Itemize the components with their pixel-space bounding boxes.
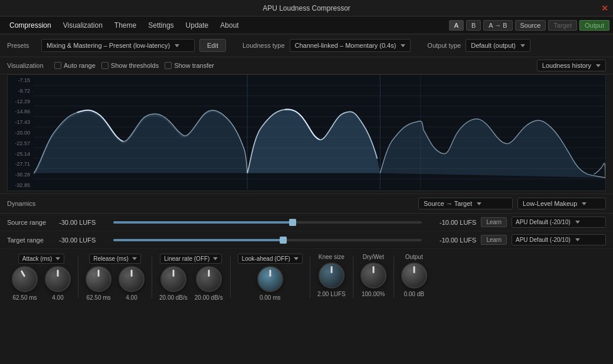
lookahead-knob-1[interactable] xyxy=(257,266,283,292)
source-preset-arrow xyxy=(575,221,580,224)
ab-button-output[interactable]: Output xyxy=(579,20,609,31)
target-range-slider[interactable] xyxy=(113,239,422,241)
show-transfer-checkbox[interactable]: Show transfer xyxy=(165,62,214,69)
separator-1 xyxy=(78,257,78,298)
release-value-2: 4.00 xyxy=(126,294,137,301)
output-knob-1-item: 0.00 dB xyxy=(401,263,427,297)
source-range-row: Source range -30.00 LUFS -10.00 LUFS Lea… xyxy=(0,214,613,231)
separator-4 xyxy=(310,257,310,298)
history-dropdown-arrow xyxy=(596,64,601,67)
output-type-dropdown[interactable]: Default (output) xyxy=(466,39,530,52)
loudness-history-dropdown[interactable]: Loudness history xyxy=(537,60,606,71)
edit-button[interactable]: Edit xyxy=(199,39,226,52)
source-range-max: -10.00 LUFS xyxy=(429,219,476,226)
waveform-area: -7.15 -9.72 -12.29 -14.86 -17.43 -20.00 … xyxy=(7,74,606,191)
target-preset-dropdown[interactable]: APU Default (-20/10) xyxy=(512,234,606,245)
close-button[interactable]: ✕ xyxy=(601,4,608,13)
show-thresholds-checkbox-box[interactable] xyxy=(101,62,109,69)
linear-rate-value-1: 20.00 dB/s xyxy=(159,294,188,301)
release-knob-1[interactable] xyxy=(86,266,112,292)
dynamics-row: Dynamics Source → Target Low-Level Makeu… xyxy=(0,194,613,214)
separator-5 xyxy=(353,257,353,298)
dry-wet-knobs: 100.00% xyxy=(360,263,386,297)
db-labels: -7.15 -9.72 -12.29 -14.86 -17.43 -20.00 … xyxy=(8,75,34,191)
release-knob-2-item: 4.00 xyxy=(119,266,145,301)
menu-theme[interactable]: Theme xyxy=(109,19,142,32)
preset-selected-value: Mixing & Mastering – Present (low-latenc… xyxy=(47,42,170,49)
preset-dropdown-arrow xyxy=(175,44,179,47)
release-dropdown[interactable]: Release (ms) xyxy=(89,254,140,264)
attack-knob-2[interactable] xyxy=(45,266,71,292)
linear-rate-value-2: 20.00 dB/s xyxy=(195,294,223,301)
menu-visualization[interactable]: Visualization xyxy=(57,19,109,32)
attack-knob-2-item: 4.00 xyxy=(45,266,71,301)
output-type-value: Default (output) xyxy=(471,42,516,49)
attack-section: Attack (ms) 62.50 ms 4.00 xyxy=(7,254,76,301)
source-preset-value: APU Default (-20/10) xyxy=(516,219,571,225)
attack-knob-1-item: 62.50 ms xyxy=(12,266,38,301)
waveform-svg xyxy=(34,75,605,189)
db-label-3: -12.29 xyxy=(9,99,32,104)
preset-dropdown[interactable]: Mixing & Mastering – Present (low-latenc… xyxy=(41,39,195,52)
auto-range-checkbox[interactable]: Auto range xyxy=(54,62,96,69)
menu-update[interactable]: Update xyxy=(180,19,215,32)
presets-row: Presets Mixing & Mastering – Present (lo… xyxy=(0,34,613,57)
ab-button-atob[interactable]: A → B xyxy=(483,20,512,31)
loudness-type-dropdown[interactable]: Channel-linked – Momentary (0.4s) xyxy=(290,39,411,52)
show-thresholds-label: Show thresholds xyxy=(111,62,159,69)
source-range-slider[interactable] xyxy=(113,221,422,224)
target-range-label: Target range xyxy=(7,237,54,244)
dry-wet-knob-1-item: 100.00% xyxy=(360,263,386,297)
lookahead-dropdown[interactable]: Look-ahead (OFF) xyxy=(238,254,303,264)
dry-wet-knob-1[interactable] xyxy=(360,263,386,288)
linear-rate-section: Linear rate (OFF) 20.00 dB/s 20.00 dB/s xyxy=(155,254,228,301)
linear-rate-knob-1-item: 20.00 dB/s xyxy=(159,266,188,301)
target-learn-button[interactable]: Learn xyxy=(481,235,507,245)
ab-button-source[interactable]: Source xyxy=(515,20,546,31)
auto-range-label: Auto range xyxy=(64,62,96,69)
loudness-dropdown-arrow xyxy=(401,44,405,47)
attack-knobs: 62.50 ms 4.00 xyxy=(12,266,71,301)
source-target-arrow xyxy=(477,202,481,205)
release-knob-1-item: 62.50 ms xyxy=(86,266,112,301)
dry-wet-section: Dry/Wet 100.00% xyxy=(356,254,391,297)
attack-knob-1[interactable] xyxy=(12,266,38,292)
menu-compression[interactable]: Compression xyxy=(4,19,57,32)
source-preset-dropdown[interactable]: APU Default (-20/10) xyxy=(512,217,606,228)
attack-arrow xyxy=(55,257,60,260)
ab-button-a[interactable]: A xyxy=(449,20,464,31)
lowlevel-dropdown[interactable]: Low-Level Makeup xyxy=(517,198,606,209)
separator-6 xyxy=(394,257,394,298)
knee-size-section: Knee size 2.00 LUFS xyxy=(313,254,350,297)
ab-controls: A B A → B Source Target Output xyxy=(449,20,609,31)
ab-button-target[interactable]: Target xyxy=(548,20,577,31)
release-knob-2[interactable] xyxy=(119,266,145,292)
output-knob-1[interactable] xyxy=(401,263,427,288)
title-bar: APU Loudness Compressor ✕ xyxy=(0,0,613,17)
output-dropdown-arrow xyxy=(520,44,525,47)
ab-button-b[interactable]: B xyxy=(466,20,481,31)
linear-rate-arrow xyxy=(213,257,218,260)
source-target-dropdown[interactable]: Source → Target xyxy=(418,198,513,209)
lowlevel-value: Low-Level Makeup xyxy=(523,200,577,207)
release-section: Release (ms) 62.50 ms 4.00 xyxy=(81,254,149,301)
db-label-11: -32.85 xyxy=(9,182,32,188)
target-range-max: -10.00 LUFS xyxy=(429,237,476,244)
knee-size-knob-1[interactable] xyxy=(319,263,345,288)
source-range-min: -30.00 LUFS xyxy=(59,219,106,226)
menu-settings[interactable]: Settings xyxy=(142,19,179,32)
menu-about[interactable]: About xyxy=(214,19,244,32)
history-dropdown-value: Loudness history xyxy=(542,62,591,69)
linear-rate-knob-1[interactable] xyxy=(160,266,186,292)
output-type-label: Output type xyxy=(427,42,461,49)
show-transfer-checkbox-box[interactable] xyxy=(165,62,172,69)
attack-dropdown[interactable]: Attack (ms) xyxy=(18,254,65,264)
show-thresholds-checkbox[interactable]: Show thresholds xyxy=(101,62,159,69)
linear-rate-dropdown[interactable]: Linear rate (OFF) xyxy=(160,254,222,264)
auto-range-checkbox-box[interactable] xyxy=(54,62,61,69)
linear-rate-knob-2[interactable] xyxy=(196,266,222,292)
presets-label: Presets xyxy=(7,42,37,49)
knee-size-knob-1-item: 2.00 LUFS xyxy=(317,263,346,297)
source-learn-button[interactable]: Learn xyxy=(481,217,507,227)
db-label-7: -22.57 xyxy=(9,140,32,146)
